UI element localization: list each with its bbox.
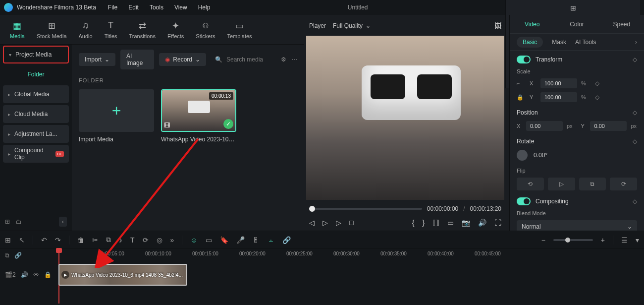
tab-stock-media[interactable]: ⊞Stock Media — [37, 20, 67, 39]
tab-media[interactable]: ▦Media — [10, 20, 25, 39]
scale-y-input[interactable] — [540, 92, 577, 102]
menu-help[interactable]: Help — [198, 4, 211, 11]
tl-split-icon[interactable]: ✂ — [92, 236, 98, 244]
range-icon[interactable]: ⟦⟧ — [432, 219, 439, 227]
lock-icon[interactable]: 🔒 — [517, 94, 526, 101]
play-backward-icon[interactable]: ▷ — [322, 219, 328, 227]
preview-viewport[interactable] — [306, 36, 504, 200]
mark-in-icon[interactable]: { — [412, 219, 415, 227]
tl-zoom-slider[interactable] — [553, 239, 593, 241]
keyframe-icon[interactable]: ◇ — [595, 80, 599, 87]
menu-edit[interactable]: Edit — [128, 4, 139, 11]
transform-toggle[interactable] — [517, 56, 531, 63]
prev-frame-icon[interactable]: ◁ — [309, 219, 315, 227]
tl-more-icon[interactable]: » — [170, 236, 174, 244]
sidebar-project-media[interactable]: ▾Project Media — [3, 46, 69, 63]
quality-select[interactable]: Full Quality ⌄ — [333, 22, 371, 29]
tab-effects[interactable]: ✦Effects — [167, 20, 184, 39]
tl-pointer-icon[interactable]: ↖ — [19, 236, 25, 244]
fullscreen-icon[interactable]: ⛶ — [494, 219, 501, 227]
sidebar-global-media[interactable]: ▸Global Media — [3, 85, 69, 103]
tab-audio[interactable]: ♫Audio — [79, 20, 93, 39]
keyframe-icon[interactable]: ◇ — [633, 109, 637, 116]
tl-color-icon[interactable]: ◎ — [157, 236, 162, 244]
tl-mixer-icon[interactable]: 🎚 — [253, 236, 260, 244]
tl-mic-icon[interactable]: 🎤 — [236, 236, 245, 244]
new-folder-icon[interactable]: 🗀 — [16, 218, 22, 225]
mark-out-icon[interactable]: } — [422, 219, 425, 227]
collapse-sidebar[interactable]: ‹ — [59, 217, 67, 227]
tl-link-icon[interactable]: 🔗 — [282, 236, 291, 244]
filter-icon[interactable]: ⚙ — [281, 56, 286, 63]
tl-delete-icon[interactable]: 🗑 — [77, 236, 84, 244]
track-lock-icon[interactable]: 🔒 — [44, 271, 52, 278]
tl-link2-icon[interactable]: 🔗 — [14, 252, 22, 259]
tl-ai-icon[interactable]: ☺ — [190, 236, 197, 244]
tl-dup-icon[interactable]: ⧉ — [5, 252, 9, 259]
play-icon[interactable]: ▷ — [336, 219, 341, 227]
tl-crop-icon[interactable]: ⧉ — [106, 236, 111, 244]
sidebar-folder[interactable]: Folder — [3, 65, 69, 83]
track-mute-icon[interactable]: 🔊 — [21, 271, 28, 278]
snapshot-icon[interactable]: 🖼 — [494, 22, 501, 30]
tab-templates[interactable]: ▭Templates — [227, 20, 252, 39]
flip-reset-button[interactable]: ⟳ — [610, 178, 637, 190]
rotate-knob[interactable] — [517, 150, 528, 161]
blend-mode-select[interactable]: Normal⌄ — [517, 220, 637, 231]
inspector-tab-video[interactable]: Video — [510, 21, 554, 28]
tl-marker-icon[interactable]: 🔖 — [220, 236, 228, 244]
more-icon[interactable]: ⋯ — [291, 56, 297, 63]
keyframe-icon[interactable]: ◇ — [633, 198, 637, 205]
keyframe-icon[interactable]: ◇ — [633, 56, 637, 63]
pos-y-input[interactable] — [590, 121, 627, 131]
pos-x-input[interactable] — [526, 121, 563, 131]
camera-icon[interactable]: 📷 — [462, 219, 470, 227]
flip-h-button[interactable]: ⟲ — [517, 178, 544, 190]
scrub-knob[interactable] — [309, 206, 315, 212]
tl-speed-icon[interactable]: ⟳ — [143, 236, 149, 244]
ai-image-button[interactable]: AI Image — [120, 50, 154, 69]
tl-music-icon[interactable]: ♪ — [119, 236, 122, 244]
timeline-clip[interactable]: ▶ WhatsApp Video 2023-10_6.mp4 1408 35_4… — [58, 264, 187, 286]
subtab-mask[interactable]: Mask — [552, 39, 566, 46]
sidebar-adjustment-layer[interactable]: ▸Adjustment La... — [3, 125, 69, 143]
tl-zoom-in-icon[interactable]: + — [601, 236, 605, 244]
inspector-tab-color[interactable]: Color — [554, 21, 599, 28]
new-bin-icon[interactable]: ⊞ — [5, 218, 10, 225]
compositing-toggle[interactable] — [517, 197, 531, 205]
tl-undo-icon[interactable]: ↶ — [41, 236, 47, 244]
tl-redo-icon[interactable]: ↷ — [55, 236, 61, 244]
tab-stickers[interactable]: ☺Stickers — [196, 20, 215, 39]
tab-titles[interactable]: TTitles — [105, 20, 117, 39]
keyframe-icon[interactable]: ◇ — [633, 138, 637, 145]
menu-tools[interactable]: Tools — [150, 4, 163, 11]
import-media-tile[interactable]: + Import Media — [79, 89, 154, 143]
tl-settings-icon[interactable]: ▾ — [636, 236, 639, 244]
tl-view-icon[interactable]: ☰ — [621, 236, 628, 244]
ruler[interactable]: 00:00:05:00 00:00:10:00 00:00:15:00 00:0… — [58, 249, 644, 262]
tl-magnet-icon[interactable]: ⫠ — [268, 236, 274, 244]
inspector-tab-speed[interactable]: Speed — [599, 21, 644, 28]
record-button[interactable]: ◉Record⌄ — [159, 53, 206, 66]
sidebar-compound-clip[interactable]: ▸Compound ClipBE — [3, 145, 69, 163]
scale-x-input[interactable] — [540, 78, 577, 88]
media-clip-tile[interactable]: 00:00:13 🎞 ✓ WhatsApp Video 2023-10-05..… — [161, 89, 236, 143]
tl-text-icon[interactable]: T — [130, 236, 135, 244]
menu-file[interactable]: File — [108, 4, 117, 11]
tl-grid-icon[interactable]: ⊞ — [5, 236, 11, 244]
scrub-bar[interactable] — [309, 208, 422, 210]
menu-view[interactable]: View — [174, 4, 187, 11]
flip-copy-button[interactable]: ⧉ — [579, 178, 606, 190]
keyframe-icon[interactable]: ◇ — [595, 94, 599, 101]
import-button[interactable]: Import⌄ — [79, 53, 115, 66]
track-visible-icon[interactable]: 👁 — [33, 271, 39, 278]
link-icon[interactable]: ⌐ — [517, 80, 526, 86]
subtab-ai-tools[interactable]: AI Tools — [575, 39, 596, 46]
search-input[interactable] — [226, 56, 276, 63]
stop-icon[interactable]: □ — [349, 219, 353, 227]
volume-icon[interactable]: 🔊 — [478, 219, 486, 227]
sidebar-cloud-media[interactable]: ▸Cloud Media — [3, 105, 69, 123]
tl-clip-icon[interactable]: ▭ — [206, 236, 212, 244]
subtab-more[interactable]: › — [635, 39, 637, 46]
display-icon[interactable]: ▭ — [447, 219, 454, 227]
